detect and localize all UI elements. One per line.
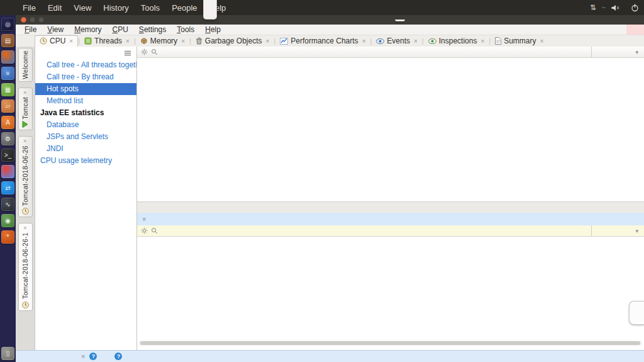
launcher-system-monitor-icon[interactable]: ∿ — [1, 198, 14, 211]
hamburger-menu-icon[interactable] — [124, 50, 131, 56]
menu-cpu[interactable]: CPU — [113, 25, 128, 34]
tab-close-icon[interactable]: × — [414, 38, 418, 45]
launcher-chromium-icon[interactable] — [1, 165, 14, 178]
tab-label: Memory — [150, 37, 177, 45]
power-icon[interactable] — [631, 4, 639, 12]
desktop-menu-view[interactable]: View — [74, 3, 91, 13]
tab-summary[interactable]: Summary× — [491, 36, 548, 47]
search-icon[interactable] — [151, 48, 158, 55]
tab-garbage-objects[interactable]: Garbage Objects× — [191, 36, 274, 47]
search-icon[interactable] — [151, 227, 158, 234]
desktop-menu-file[interactable]: File — [23, 3, 36, 13]
menu-file[interactable]: File — [25, 25, 36, 34]
view-tabbar: CPU×|Threads×|Memory×|Garbage Objects×|P… — [16, 35, 644, 47]
sidebar-item-call-tree-by-thread[interactable]: Call tree - By thread — [35, 71, 136, 83]
sidebar-item-jndi[interactable]: JNDI — [35, 143, 136, 155]
desktop-menu-history[interactable]: History — [103, 3, 128, 13]
tab-close-icon[interactable]: × — [362, 38, 366, 45]
tab-label: Threads — [94, 37, 122, 45]
launcher-teamviewer-icon[interactable]: ⇄ — [1, 181, 14, 195]
launcher-files-icon[interactable]: ▤ — [1, 34, 14, 47]
sidebar-item-cpu-usage-telemetry[interactable]: CPU usage telemetry — [35, 155, 136, 167]
memory-tab-icon — [140, 37, 148, 45]
tab-close-icon[interactable]: × — [540, 38, 543, 45]
tab-label: Performance Charts — [291, 37, 358, 45]
window-maximize-button[interactable] — [38, 17, 44, 23]
sort-desc-icon: ▾ — [635, 49, 638, 55]
tab-performance-charts[interactable]: Performance Charts× — [275, 36, 370, 47]
launcher-dash-icon[interactable]: ◎ — [1, 18, 14, 31]
speaker-muted-icon[interactable] — [611, 4, 619, 11]
tab-close-icon[interactable]: × — [23, 225, 26, 230]
sidebar-item-method-list[interactable]: Method list — [35, 95, 136, 107]
launcher-system-settings-icon[interactable]: ⚙ — [1, 132, 14, 145]
status-bar: × ? ? — [16, 350, 644, 362]
teamviewer-dock[interactable] — [629, 301, 644, 325]
menu-settings[interactable]: Settings — [139, 25, 166, 34]
tab-label: Events — [387, 37, 410, 45]
menu-tools[interactable]: Tools — [177, 25, 194, 34]
system-tray: ⇅ — [590, 3, 639, 12]
sidebar-item-jsps-and-servlets[interactable]: JSPs and Servlets — [35, 131, 136, 143]
tab-close-icon[interactable]: × — [480, 38, 484, 45]
eye-green-tab-icon — [428, 38, 436, 44]
tab-close-icon[interactable]: × — [23, 139, 26, 144]
desktop-menu-edit[interactable]: Edit — [48, 3, 62, 13]
scrollbar-thumb[interactable] — [140, 341, 640, 345]
app-menubar: FileViewMemoryCPUSettingsToolsHelp — [16, 25, 644, 35]
menu-memory[interactable]: Memory — [74, 25, 101, 34]
launcher-screenshot-tool-icon[interactable]: ◉ — [1, 214, 14, 227]
clock-icon — [22, 208, 29, 215]
tab-cpu[interactable]: CPU× — [35, 35, 78, 47]
keyboard-indicator[interactable] — [602, 7, 606, 8]
network-sync-icon[interactable]: ⇅ — [590, 3, 596, 12]
tab-close-icon[interactable]: × — [69, 38, 73, 45]
window-minimize-button[interactable] — [30, 17, 35, 23]
menu-view[interactable]: View — [47, 25, 64, 34]
summary-tab-icon — [495, 37, 501, 45]
session-tab-welcome[interactable]: Welcome — [18, 48, 33, 82]
sidebar-item-java-ee-statistics: Java EE statistics — [35, 107, 136, 119]
session-tab-strip: Welcome×Tomcat×Tomcat-2018-06-26×Tomcat-… — [16, 47, 35, 350]
tab-events[interactable]: Events× — [372, 36, 422, 47]
tab-threads[interactable]: Threads× — [80, 36, 134, 47]
sort-desc-icon: ▾ — [635, 228, 638, 234]
window-close-button[interactable] — [21, 17, 26, 23]
launcher-software-center-icon[interactable]: A — [1, 116, 14, 129]
tab-inspections[interactable]: Inspections× — [424, 36, 489, 47]
tab-close-icon[interactable]: × — [126, 38, 130, 45]
tab-close-icon[interactable]: × — [266, 38, 270, 45]
sidebar-item-database[interactable]: Database — [35, 119, 136, 131]
launcher-trash-icon[interactable]: ▯ — [1, 347, 14, 360]
tab-close-icon[interactable]: × — [23, 90, 26, 95]
tab-memory[interactable]: Memory× — [136, 36, 189, 47]
launcher-shutter-icon[interactable]: * — [1, 230, 14, 244]
desktop-menu-people[interactable]: People — [172, 3, 197, 13]
launcher-terminal-icon[interactable]: >_ — [1, 149, 14, 162]
launcher-libreoffice-impress-icon[interactable]: ▱ — [1, 99, 14, 113]
threads-tab-icon — [84, 37, 92, 45]
window-titlebar — [16, 15, 644, 25]
launcher: ◎▤≡▦▱A⚙>_⇄∿◉*▯ — [0, 15, 16, 362]
sidebar-item-call-tree-all-threads-together[interactable]: Call tree - All threads together — [35, 59, 136, 71]
time-column-header[interactable]: ▾ — [591, 47, 644, 57]
header-icons — [137, 227, 162, 234]
session-tab-tomcat-2018-06-26[interactable]: ×Tomcat-2018-06-26 — [18, 136, 33, 217]
time-column-header[interactable]: ▾ — [591, 225, 644, 236]
play-icon — [22, 121, 28, 128]
desktop-menu-tools[interactable]: Tools — [141, 3, 160, 13]
filter-gear-icon[interactable] — [141, 48, 148, 55]
session-tab-tomcat-2018-06-26-1[interactable]: ×Tomcat-2018-06-26-1 — [18, 223, 33, 310]
tab-close-icon[interactable]: × — [181, 38, 185, 45]
filter-gear-icon[interactable] — [141, 227, 148, 234]
help-icon: ? — [89, 353, 97, 360]
session-tab-tomcat[interactable]: ×Tomcat — [18, 88, 33, 131]
tab-label: Garbage Objects — [205, 37, 262, 45]
info-close-icon[interactable]: × — [142, 215, 146, 223]
launcher-libreoffice-writer-icon[interactable]: ≡ — [1, 67, 14, 80]
sidebar-item-hot-spots[interactable]: Hot spots — [35, 83, 136, 95]
launcher-firefox-icon[interactable] — [1, 50, 14, 64]
status-close-icon[interactable]: × — [81, 353, 85, 360]
menu-help[interactable]: Help — [205, 25, 221, 34]
launcher-libreoffice-calc-icon[interactable]: ▦ — [1, 83, 14, 96]
